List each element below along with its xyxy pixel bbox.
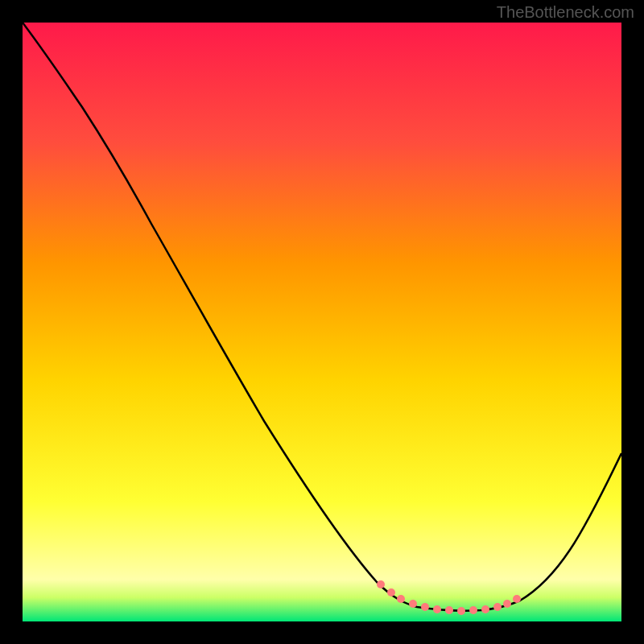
highlight-dot bbox=[397, 595, 405, 603]
highlighted-dots-group bbox=[377, 580, 521, 615]
highlight-dot bbox=[457, 607, 465, 615]
highlight-dot bbox=[387, 588, 395, 597]
highlight-dot bbox=[445, 606, 453, 614]
highlight-dot bbox=[513, 595, 521, 603]
bottleneck-curve-path bbox=[23, 23, 621, 611]
watermark-text: TheBottleneck.com bbox=[497, 3, 634, 22]
highlight-dot bbox=[469, 606, 477, 614]
chart-container bbox=[23, 23, 621, 621]
highlight-dot bbox=[421, 603, 429, 611]
highlight-dot bbox=[481, 605, 489, 613]
highlight-dot bbox=[503, 600, 511, 608]
highlight-dot bbox=[377, 580, 385, 588]
highlight-dot bbox=[493, 603, 502, 611]
chart-curve bbox=[23, 23, 621, 621]
highlight-dot bbox=[409, 600, 417, 608]
highlight-dot bbox=[433, 605, 441, 613]
